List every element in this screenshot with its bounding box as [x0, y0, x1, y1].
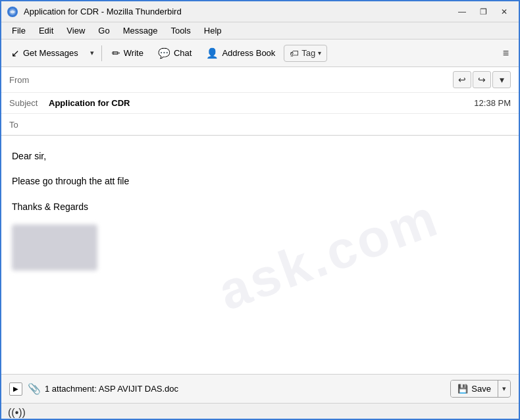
body-closing: Thanks & Regards: [12, 199, 508, 214]
menu-help[interactable]: Help: [199, 24, 227, 37]
body-greeting: Dear sir,: [12, 149, 508, 163]
more-actions-button[interactable]: ▾: [492, 71, 511, 88]
to-row: To: [1, 114, 519, 135]
menu-bar: File Edit View Go Message Tools Help: [1, 22, 519, 39]
subject-value: Application for CDR: [49, 98, 474, 108]
get-messages-dropdown-button[interactable]: ▾: [87, 45, 97, 61]
menu-file[interactable]: File: [7, 24, 31, 37]
write-icon: ✏: [112, 47, 120, 59]
body-main: Please go through the att file: [12, 174, 508, 188]
window-title: Application for CDR - Mozilla Thunderbir…: [24, 7, 453, 16]
status-bar: ((•)): [1, 403, 519, 420]
toolbar: ↙ Get Messages ▾ ✏ Write 💬 Chat 👤 Addres…: [1, 39, 519, 67]
attachment-expand-button[interactable]: ▶: [9, 382, 22, 396]
tag-dropdown-icon: ▾: [318, 49, 321, 57]
save-button-group: 💾 Save ▾: [450, 380, 511, 398]
connection-status-icon: ((•)): [8, 407, 26, 419]
address-book-icon: 👤: [206, 47, 219, 59]
get-messages-label: Get Messages: [23, 48, 78, 58]
save-label: Save: [471, 384, 491, 394]
forward-button[interactable]: ↪: [473, 71, 491, 88]
window-controls: — ❐ ✕: [453, 5, 513, 19]
attachment-bar: ▶ 📎 1 attachment: ASP AVIJIT DAS.doc 💾 S…: [1, 374, 519, 403]
attachment-icon: 📎: [28, 382, 41, 395]
minimize-button[interactable]: —: [453, 5, 471, 19]
from-label: From: [9, 75, 49, 85]
tag-button[interactable]: 🏷 Tag ▾: [284, 45, 327, 62]
address-book-label: Address Book: [222, 48, 275, 58]
write-label: Write: [124, 48, 143, 58]
save-icon: 💾: [457, 384, 468, 394]
menu-message[interactable]: Message: [118, 24, 163, 37]
chat-button[interactable]: 💬 Chat: [152, 44, 197, 63]
subject-label: Subject: [9, 98, 49, 108]
restore-button[interactable]: ❐: [474, 5, 492, 19]
email-header: From ↩ ↪ ▾ Subject Application for CDR 1…: [1, 67, 519, 136]
to-label: To: [9, 120, 49, 130]
menu-edit[interactable]: Edit: [34, 24, 59, 37]
save-button[interactable]: 💾 Save: [451, 381, 498, 397]
write-button[interactable]: ✏ Write: [106, 44, 149, 63]
email-time: 12:38 PM: [474, 98, 511, 108]
tag-label: Tag: [301, 48, 315, 58]
chat-icon: 💬: [158, 47, 170, 59]
tag-icon: 🏷: [290, 48, 299, 59]
from-row: From ↩ ↪ ▾: [1, 67, 519, 93]
menu-tools[interactable]: Tools: [165, 24, 195, 37]
get-messages-icon: ↙: [11, 47, 20, 59]
app-icon: [7, 6, 18, 18]
toolbar-separator-1: [101, 45, 102, 61]
menu-go[interactable]: Go: [93, 24, 115, 37]
save-dropdown-button[interactable]: ▾: [498, 381, 510, 396]
get-messages-button[interactable]: ↙ Get Messages: [5, 44, 84, 63]
address-book-button[interactable]: 👤 Address Book: [200, 44, 281, 63]
chat-label: Chat: [174, 48, 192, 58]
close-button[interactable]: ✕: [495, 5, 513, 19]
title-bar: Application for CDR - Mozilla Thunderbir…: [1, 1, 519, 22]
subject-row: Subject Application for CDR 12:38 PM: [1, 93, 519, 114]
email-content: Dear sir, Please go through the att file…: [12, 149, 508, 271]
reply-button[interactable]: ↩: [453, 71, 471, 88]
email-body: ask.com Dear sir, Please go through the …: [1, 136, 519, 374]
menu-view[interactable]: View: [61, 24, 90, 37]
attachment-text: 1 attachment: ASP AVIJIT DAS.doc: [45, 384, 450, 394]
main-content: From ↩ ↪ ▾ Subject Application for CDR 1…: [1, 67, 519, 420]
signature-image: [12, 224, 97, 271]
email-header-actions: ↩ ↪ ▾: [453, 71, 511, 88]
hamburger-button[interactable]: ≡: [497, 44, 515, 63]
